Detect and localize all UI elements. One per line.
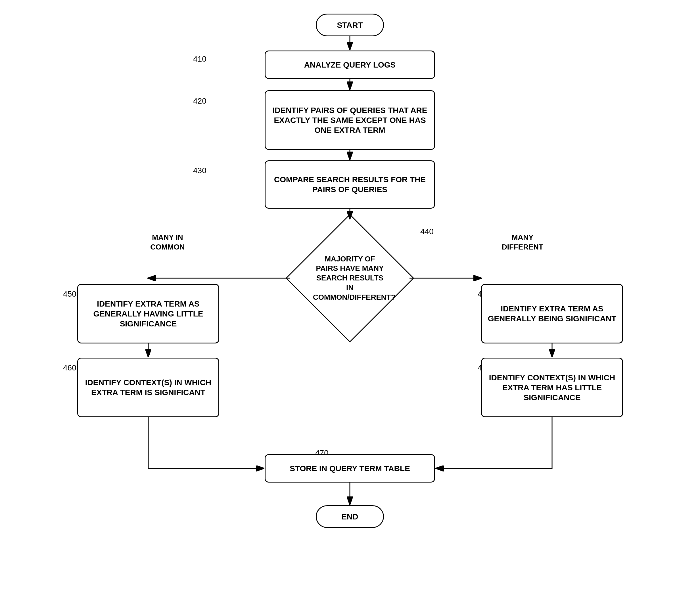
end-node: END [316,505,384,528]
node-410: ANALYZE QUERY LOGS [265,51,435,79]
node-450-label: IDENTIFY EXTRA TERM AS GENERALLY HAVING … [78,299,218,329]
node-470: STORE IN QUERY TERM TABLE [265,454,435,482]
label-410: 410 [193,55,206,63]
label-420: 420 [193,96,206,106]
node-420-label: IDENTIFY PAIRS OF QUERIES THAT ARE EXACT… [265,105,434,135]
node-410-label: ANALYZE QUERY LOGS [304,60,396,70]
node-460-label: IDENTIFY CONTEXT(S) IN WHICH EXTRA TERM … [78,378,218,397]
node-450: IDENTIFY EXTRA TERM AS GENERALLY HAVING … [77,284,219,343]
node-440: MAJORITY OF PAIRS HAVE MANY SEARCH RESUL… [290,218,409,338]
node-470-label: STORE IN QUERY TERM TABLE [290,463,410,473]
label-460: 460 [63,363,76,373]
node-480: IDENTIFY EXTRA TERM AS GENERALLY BEING S… [481,284,623,343]
node-490-label: IDENTIFY CONTEXT(S) IN WHICH EXTRA TERM … [482,373,622,402]
node-460: IDENTIFY CONTEXT(S) IN WHICH EXTRA TERM … [77,358,219,417]
start-node: START [316,14,384,36]
start-label: START [337,20,363,30]
branch-left-label: MANY IN COMMON [139,233,196,252]
node-490: IDENTIFY CONTEXT(S) IN WHICH EXTRA TERM … [481,358,623,417]
label-440: 440 [420,227,434,236]
node-480-label: IDENTIFY EXTRA TERM AS GENERALLY BEING S… [482,304,622,324]
node-430-label: COMPARE SEARCH RESULTS FOR THE PAIRS OF … [265,175,434,194]
node-420: IDENTIFY PAIRS OF QUERIES THAT ARE EXACT… [265,90,435,150]
end-label: END [341,512,358,522]
node-430: COMPARE SEARCH RESULTS FOR THE PAIRS OF … [265,160,435,209]
branch-right-label: MANY DIFFERENT [494,233,551,252]
label-450: 450 [63,289,76,299]
node-440-label: MAJORITY OF PAIRS HAVE MANY SEARCH RESUL… [313,254,387,302]
label-430: 430 [193,166,206,175]
